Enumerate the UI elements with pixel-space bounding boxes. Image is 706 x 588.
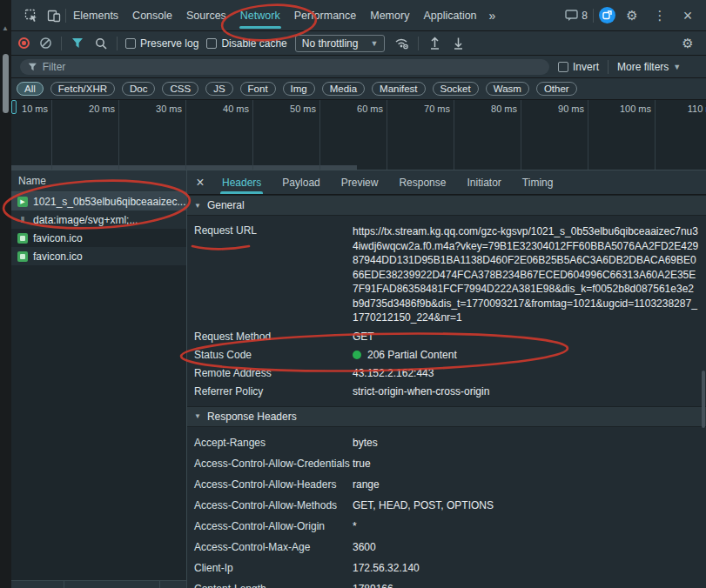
ruler-tick-label: 100 ms <box>599 104 651 114</box>
more-tabs-chevron-icon[interactable]: » <box>484 9 501 23</box>
invert-label: Invert <box>573 61 599 73</box>
header-name: Request Method <box>194 331 353 344</box>
settings-gear-icon[interactable]: ⚙ <box>621 4 643 27</box>
throttling-select[interactable]: No throttling ▼ <box>295 35 386 52</box>
ruler-gridline <box>118 100 119 170</box>
type-chip-img[interactable]: Img <box>283 82 315 96</box>
request-list-panel: Name ▶1021_s_0b53elbu6qibceaaizec...‖dat… <box>11 170 187 588</box>
main-tab-sources[interactable]: Sources <box>179 0 233 30</box>
record-network-log-icon[interactable] <box>18 37 30 49</box>
type-chip-font[interactable]: Font <box>240 82 276 96</box>
main-tab-memory[interactable]: Memory <box>363 0 416 30</box>
ruler-tick-label: 50 ms <box>264 104 316 114</box>
request-name: favicon.ico <box>33 251 83 263</box>
disclosure-triangle-icon: ▼ <box>194 412 201 420</box>
network-conditions-icon[interactable] <box>393 32 410 55</box>
type-chip-doc[interactable]: Doc <box>122 82 155 96</box>
ruler-gridline <box>319 100 320 170</box>
type-chip-css[interactable]: CSS <box>162 82 198 96</box>
header-name: Access-Control-Allow-Credentials <box>194 458 353 471</box>
type-chip-media[interactable]: Media <box>322 82 365 96</box>
device-toolbar-icon[interactable] <box>43 4 65 27</box>
import-har-icon[interactable] <box>427 32 442 55</box>
clear-network-log-icon[interactable] <box>37 32 53 55</box>
type-chip-js[interactable]: JS <box>205 82 232 96</box>
export-har-icon[interactable] <box>450 32 466 55</box>
invert-checkbox[interactable]: Invert <box>558 61 599 73</box>
detail-tab-headers[interactable]: Headers <box>212 170 272 194</box>
header-value: GET, HEAD, POST, OPTIONS <box>353 499 494 512</box>
header-row: Access-Control-Allow-Origin* <box>187 517 706 538</box>
detail-scrollbar-thumb[interactable] <box>702 371 705 428</box>
screen-rotation-badge-icon[interactable] <box>599 7 615 23</box>
page-scrollbar-thumb[interactable] <box>3 54 9 113</box>
filter-input-wrap[interactable] <box>20 59 549 75</box>
checkbox-icon[interactable] <box>206 38 217 49</box>
type-chip-manifest[interactable]: Manifest <box>372 82 425 96</box>
type-chip-wasm[interactable]: Wasm <box>486 82 529 96</box>
detail-tab-payload[interactable]: Payload <box>272 170 330 194</box>
ruler-tick-label: 90 ms <box>532 104 584 114</box>
close-detail-icon[interactable]: × <box>189 175 212 190</box>
chevron-down-icon: ▼ <box>370 39 378 48</box>
filter-input[interactable] <box>43 61 541 73</box>
request-row[interactable]: favicon.ico <box>11 247 186 265</box>
detail-tab-preview[interactable]: Preview <box>331 170 389 194</box>
header-row: Access-Control-Allow-Credentialstrue <box>187 454 706 475</box>
scroll-up-arrow-icon[interactable]: ▲ <box>2 24 9 32</box>
ruler-gridline <box>521 100 521 170</box>
left-scroll-strip: ▲ <box>0 0 11 588</box>
request-row[interactable]: ‖data:image/svg+xml;... <box>11 210 186 229</box>
preserve-log-label: Preserve log <box>140 37 198 50</box>
disable-cache-checkbox[interactable]: Disable cache <box>206 37 286 50</box>
type-chip-other[interactable]: Other <box>536 82 577 96</box>
close-devtools-icon[interactable]: × <box>676 4 699 27</box>
request-name: data:image/svg+xml;... <box>33 214 138 226</box>
main-tab-network[interactable]: Network <box>233 0 287 30</box>
header-row: Access-Control-Allow-Headersrange <box>187 475 706 496</box>
console-message-count: 8 <box>582 10 588 22</box>
request-row[interactable]: ▶1021_s_0b53elbu6qibceaaizec... <box>11 192 186 210</box>
preserve-log-checkbox[interactable]: Preserve log <box>125 37 198 50</box>
header-row: Access-Control-Max-Age3600 <box>187 538 706 558</box>
ruler-tick-label: 30 ms <box>130 104 182 114</box>
main-tab-console[interactable]: Console <box>125 0 179 30</box>
detail-tab-initiator[interactable]: Initiator <box>456 170 511 194</box>
status-green-dot-icon <box>353 351 361 359</box>
type-chip-fetch-xhr[interactable]: Fetch/XHR <box>50 82 115 96</box>
header-value: strict-origin-when-cross-origin <box>353 385 489 398</box>
main-tab-application[interactable]: Application <box>416 0 483 30</box>
more-options-icon[interactable]: ⋮ <box>649 4 671 27</box>
section-title: General <box>207 199 245 211</box>
inspect-icon[interactable] <box>20 4 43 27</box>
name-column-header[interactable]: Name <box>11 170 186 192</box>
type-chip-all[interactable]: All <box>17 82 44 96</box>
checkbox-icon[interactable] <box>558 62 568 72</box>
request-name: favicon.ico <box>33 232 83 244</box>
header-name: Access-Control-Allow-Methods <box>194 499 353 512</box>
header-value: 206 Partial Content <box>353 349 457 362</box>
search-icon[interactable] <box>93 32 109 55</box>
filter-funnel-icon[interactable] <box>70 32 85 55</box>
section-rows: Accept-RangesbytesAccess-Control-Allow-C… <box>187 427 706 588</box>
main-tab-performance[interactable]: Performance <box>287 0 364 30</box>
detail-tab-response[interactable]: Response <box>388 170 456 194</box>
request-row[interactable]: favicon.ico <box>11 229 186 247</box>
ruler-gridline <box>454 100 454 170</box>
header-value: 172.56.32.140 <box>353 562 420 575</box>
header-value: * <box>353 520 357 533</box>
more-filters-button[interactable]: More filters ▼ <box>617 61 681 73</box>
resource-type-filters: AllFetch/XHRDocCSSJSFontImgMediaManifest… <box>11 78 706 100</box>
image-icon <box>17 233 28 244</box>
section-header-general[interactable]: ▼General <box>187 195 706 216</box>
network-overview[interactable]: 10 ms20 ms30 ms40 ms50 ms60 ms70 ms80 ms… <box>11 100 706 170</box>
type-chip-socket[interactable]: Socket <box>433 82 479 96</box>
detail-tab-timing[interactable]: Timing <box>512 170 564 194</box>
network-settings-gear-icon[interactable]: ⚙ <box>676 32 699 55</box>
main-tab-elements[interactable]: Elements <box>66 0 125 30</box>
ruler-gridline <box>588 100 588 170</box>
section-header-response-headers[interactable]: ▼Response Headers <box>187 406 706 427</box>
console-messages-bubble-icon[interactable] <box>563 4 579 27</box>
checkbox-icon[interactable] <box>125 38 136 49</box>
devtools-tabbar: ElementsConsoleSourcesNetworkPerformance… <box>11 0 706 31</box>
